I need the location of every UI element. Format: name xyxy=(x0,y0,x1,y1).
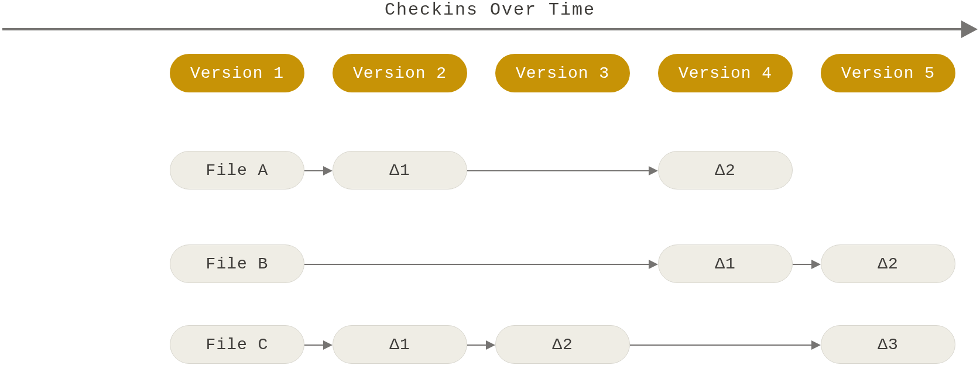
version-pill-2: Version 2 xyxy=(333,54,467,92)
arrow-fileA-1 xyxy=(467,170,657,171)
arrow-fileC-2 xyxy=(630,344,820,346)
timeline-arrow xyxy=(2,23,978,35)
arrow-fileB-0 xyxy=(304,264,657,265)
delta-pill-fileC-2: Δ2 xyxy=(495,325,630,364)
delta-pill-fileC-1: Δ1 xyxy=(333,325,467,364)
arrow-fileA-0 xyxy=(304,170,331,171)
delta-pill-fileB-2: Δ2 xyxy=(821,244,955,283)
delta-pill-fileA-1: Δ1 xyxy=(333,151,467,190)
arrow-fileC-1 xyxy=(467,344,494,346)
delta-pill-fileB-1: Δ1 xyxy=(658,244,793,283)
version-pill-1: Version 1 xyxy=(170,54,304,92)
file-pill-fileC: File C xyxy=(170,325,304,364)
file-pill-fileA: File A xyxy=(170,151,304,190)
diagram-canvas: Checkins Over Time Version 1Version 2Ver… xyxy=(0,0,980,379)
arrowhead-icon xyxy=(961,20,978,38)
diagram-title: Checkins Over Time xyxy=(0,0,980,20)
file-pill-fileB: File B xyxy=(170,244,304,283)
delta-pill-fileA-2: Δ2 xyxy=(658,151,793,190)
delta-pill-fileC-3: Δ3 xyxy=(821,325,955,364)
version-pill-3: Version 3 xyxy=(495,54,630,92)
arrow-fileC-0 xyxy=(304,344,331,346)
version-pill-4: Version 4 xyxy=(658,54,793,92)
arrow-fileB-1 xyxy=(793,264,820,265)
timeline-line xyxy=(2,28,965,30)
version-pill-5: Version 5 xyxy=(821,54,955,92)
